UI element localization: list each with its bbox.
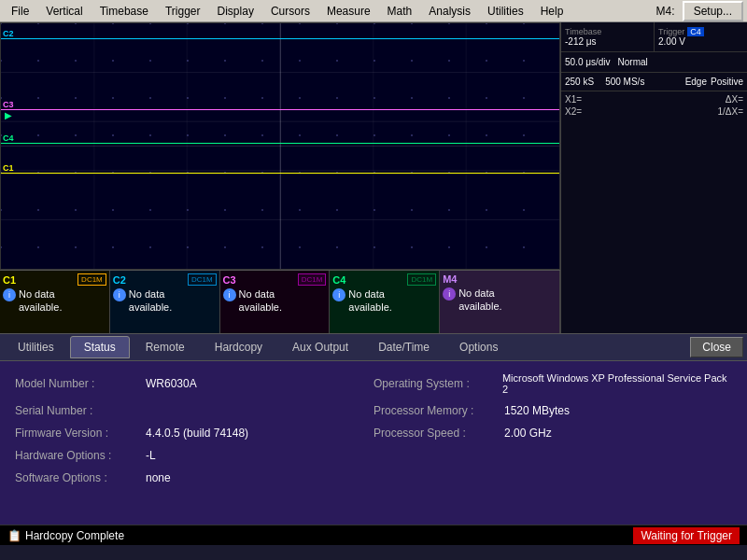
scope-screen-area: C2 C3 C4 C1 ▶ C1 DC1M i No dataavai <box>0 22 560 333</box>
m4-no-data: No dataavailable. <box>458 287 501 314</box>
proc-speed-value: 2.00 GHz <box>504 427 552 440</box>
menu-file[interactable]: File <box>4 3 36 20</box>
tb-row2: 50.0 μs/div Normal <box>561 52 747 73</box>
scope-screen: C2 C3 C4 C1 ▶ <box>0 22 560 270</box>
c4-strip-name: C4 <box>332 274 345 286</box>
status-text: Hardcopy Complete <box>25 529 124 542</box>
c1-info-icon: i <box>3 288 16 301</box>
x2-label: X2= <box>565 106 582 117</box>
inv-dx-label: 1/ΔX= <box>717 106 743 117</box>
trigger-cell: Trigger C4 2.00 V <box>655 22 747 51</box>
trigger-ch-badge: C4 <box>687 27 704 36</box>
c1-strip[interactable]: C1 DC1M i No dataavailable. <box>0 271 110 333</box>
tb-coords: X1= ΔX= X2= 1/ΔX= <box>561 91 747 121</box>
waiting-badge: Waiting for Trigger <box>633 527 740 544</box>
c3-dc1m-badge: DC1M <box>298 273 327 286</box>
scope-area: C2 C3 C4 C1 ▶ C1 DC1M i No dataavai <box>0 22 747 333</box>
waiting-label: Waiting for <box>641 529 694 542</box>
c2-strip-name: C2 <box>113 274 126 286</box>
firmware-value: 4.4.0.5 (build 74148) <box>146 427 248 440</box>
tb-div-value: 50.0 μs/div <box>565 57 611 67</box>
proc-mem-label: Processor Memory : <box>374 404 504 417</box>
timebase-label: Timebase <box>565 27 650 36</box>
c3-strip[interactable]: C3 DC1M i No dataavailable. <box>220 271 331 333</box>
menu-utilities[interactable]: Utilities <box>480 3 531 20</box>
info-row-3: Firmware Version : 4.4.0.5 (build 74148)… <box>15 427 732 440</box>
tb-normal: Normal <box>618 57 648 67</box>
menu-math[interactable]: Math <box>380 3 420 20</box>
close-button[interactable]: Close <box>690 337 743 357</box>
menu-trigger[interactable]: Trigger <box>158 3 208 20</box>
c3-strip-name: C3 <box>223 274 236 286</box>
tab-remote[interactable]: Remote <box>132 336 199 358</box>
m4-label: M4: <box>651 5 681 18</box>
os-label: Operating System : <box>374 377 502 390</box>
ch4-screen-label: C4 <box>3 133 14 143</box>
trigger-label: Trigger <box>658 27 684 36</box>
serial-label: Serial Number : <box>15 404 146 417</box>
ch3-screen-label: C3 <box>3 100 14 109</box>
tabs-bar: Utilities Status Remote Hardcopy Aux Out… <box>0 333 747 361</box>
timebase-value: -212 μs <box>565 36 650 47</box>
model-label: Model Number : <box>15 377 146 390</box>
dx-label: ΔX= <box>726 94 743 105</box>
c2-signal <box>1 38 559 39</box>
center-vline <box>280 23 281 269</box>
ch2-screen-label: C2 <box>3 29 14 38</box>
m4-info-icon: i <box>443 287 456 301</box>
os-value: Microsoft Windows XP Professional Servic… <box>502 372 732 395</box>
m4-strip[interactable]: M4 i No dataavailable. <box>440 271 560 333</box>
tb-ks-val: 250 kS <box>565 77 594 87</box>
c4-strip[interactable]: C4 DC1M i No dataavailable. <box>330 271 440 333</box>
tab-utilities[interactable]: Utilities <box>4 336 68 358</box>
menu-analysis[interactable]: Analysis <box>421 3 478 20</box>
menu-cursors[interactable]: Cursors <box>263 3 317 20</box>
tb-edge: Edge <box>685 77 707 87</box>
menu-vertical[interactable]: Vertical <box>38 3 90 20</box>
c4-info-icon: i <box>332 288 345 301</box>
trigger-val: 2.00 V <box>658 36 743 47</box>
c4-dc1m-badge: DC1M <box>407 273 436 286</box>
hw-options-label: Hardware Options : <box>15 449 146 462</box>
menu-timebase[interactable]: Timebase <box>92 3 156 20</box>
tab-hardcopy[interactable]: Hardcopy <box>201 336 276 358</box>
menu-help[interactable]: Help <box>533 3 571 20</box>
tb-positive: Positive <box>711 77 743 87</box>
tab-status[interactable]: Status <box>70 336 130 358</box>
hardcopy-icon: 📋 <box>7 529 21 542</box>
firmware-label: Firmware Version : <box>15 427 146 440</box>
tb-ms-val: 500 MS/s <box>605 77 644 87</box>
trigger-label-status: Trigger <box>697 529 732 542</box>
tb-row3: 250 kS 500 MS/s Edge Positive <box>561 73 747 91</box>
tab-options[interactable]: Options <box>445 336 512 358</box>
ch1-screen-label: C1 <box>3 163 14 173</box>
tb-row1: Timebase -212 μs Trigger C4 2.00 V <box>561 22 747 52</box>
c2-dc1m-badge: DC1M <box>188 273 217 286</box>
setup-button[interactable]: Setup... <box>683 1 743 21</box>
info-row-5: Software Options : none <box>15 471 732 484</box>
menu-bar: File Vertical Timebase Trigger Display C… <box>0 0 747 22</box>
c2-strip[interactable]: C2 DC1M i No dataavailable. <box>110 271 220 333</box>
c1-strip-name: C1 <box>3 274 16 286</box>
c4-signal <box>1 143 559 144</box>
model-value: WR6030A <box>146 377 197 390</box>
info-row-2: Serial Number : Processor Memory : 1520 … <box>15 404 732 417</box>
sw-options-value: none <box>146 471 171 484</box>
proc-speed-label: Processor Speed : <box>374 427 504 440</box>
m4-strip-name: M4 <box>443 273 457 285</box>
c1-signal <box>1 173 559 174</box>
tab-aux-output[interactable]: Aux Output <box>278 336 362 358</box>
timebase-cell: Timebase -212 μs <box>561 22 655 51</box>
statusbar: 📋 Hardcopy Complete Waiting for Trigger <box>0 525 747 545</box>
info-panel: Model Number : WR6030A Operating System … <box>0 361 747 525</box>
c3-signal <box>1 109 559 110</box>
channel-strips: C1 DC1M i No dataavailable. C2 DC1M i No… <box>0 270 560 333</box>
hw-options-value: -L <box>146 449 156 462</box>
proc-mem-value: 1520 MBytes <box>504 404 570 417</box>
tab-datetime[interactable]: Date/Time <box>364 336 444 358</box>
menu-measure[interactable]: Measure <box>319 3 378 20</box>
menu-display[interactable]: Display <box>210 3 261 20</box>
c4-no-data: No dataavailable. <box>348 287 391 315</box>
tb-trigger-panel: Timebase -212 μs Trigger C4 2.00 V 50.0 … <box>560 22 747 333</box>
sw-options-label: Software Options : <box>15 471 146 484</box>
